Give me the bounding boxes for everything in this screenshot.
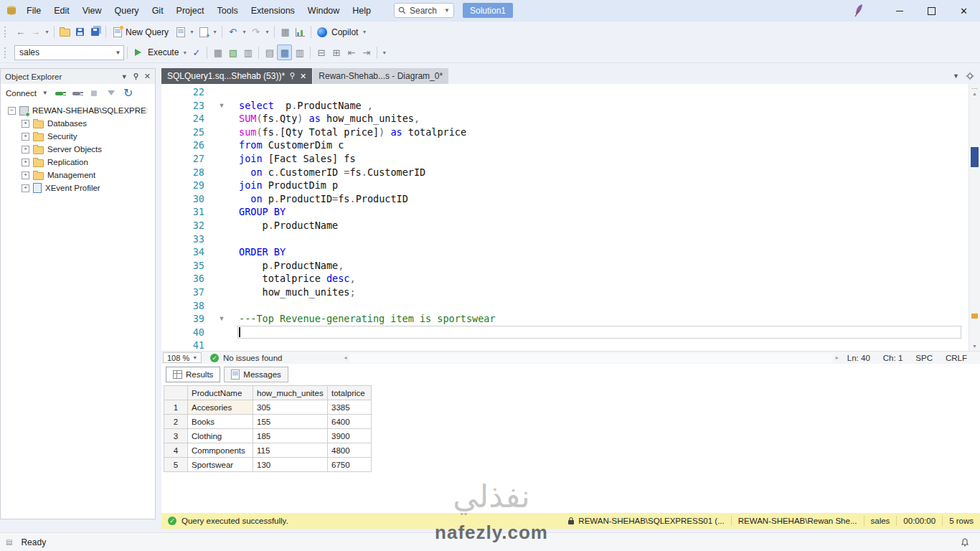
- save-all-icon[interactable]: [88, 24, 103, 40]
- column-header-totalprice[interactable]: totalprice: [328, 386, 372, 400]
- menu-view[interactable]: View: [76, 0, 108, 22]
- close-panel-icon[interactable]: ✕: [144, 72, 151, 81]
- code-line-38[interactable]: 38: [161, 299, 980, 313]
- undo-icon[interactable]: ↶: [225, 24, 240, 40]
- cell[interactable]: Books: [188, 415, 253, 429]
- cell[interactable]: 305: [253, 400, 328, 415]
- disconnect-icon[interactable]: [71, 90, 83, 95]
- solution-selector[interactable]: Solution1: [463, 3, 513, 18]
- redo-icon[interactable]: ↷: [248, 24, 263, 40]
- tab-diagram[interactable]: Rewan-Shehab...s - Diagram_0*: [313, 68, 448, 84]
- code-line-25[interactable]: 25sum(fs.[Qty Total price]) as totalpric…: [161, 126, 980, 139]
- notifications-bell-icon[interactable]: [960, 537, 970, 547]
- code-line-39[interactable]: 39▼---Top Revenue-generating item is spo…: [161, 312, 980, 326]
- copilot-dropdown-icon[interactable]: ▾: [360, 29, 368, 35]
- close-tab-icon[interactable]: ✕: [300, 72, 306, 81]
- execute-label[interactable]: Execute: [148, 47, 179, 57]
- menu-help[interactable]: Help: [346, 0, 377, 22]
- copilot-label[interactable]: Copilot: [331, 27, 358, 37]
- database-combobox[interactable]: sales▼: [14, 45, 124, 60]
- tab-results[interactable]: Results: [166, 367, 220, 382]
- editor-vscrollbar[interactable]: ▲ ▼: [969, 84, 980, 351]
- expand-icon[interactable]: +: [22, 133, 29, 141]
- code-line-35[interactable]: 35 p.ProductName,: [161, 259, 980, 273]
- collapse-icon[interactable]: −: [8, 107, 16, 115]
- gear-icon[interactable]: [966, 72, 974, 80]
- tree-root-server[interactable]: −REWAN-SHEHAB\SQLEXPRESS01 (SQ: [1, 104, 155, 117]
- expand-icon[interactable]: +: [22, 171, 29, 179]
- new-query-button[interactable]: New Query: [109, 24, 173, 40]
- refresh-icon[interactable]: ↻: [123, 86, 134, 100]
- comment-icon[interactable]: ⊟: [314, 44, 329, 60]
- scroll-right-icon[interactable]: ▸: [836, 354, 839, 361]
- cell[interactable]: 115: [253, 443, 328, 458]
- fold-collapse-icon[interactable]: ▼: [204, 99, 239, 113]
- activity-monitor-icon[interactable]: ▦: [278, 24, 293, 40]
- live-query-statistics-icon[interactable]: ▧: [225, 44, 240, 60]
- parse-icon[interactable]: ✓: [189, 44, 204, 60]
- code-editor[interactable]: 2223▼select p.ProductName ,24SUM(fs.Qty)…: [161, 84, 980, 351]
- fold-collapse-icon[interactable]: ▼: [204, 312, 239, 326]
- back-icon[interactable]: ←: [13, 24, 28, 40]
- expand-icon[interactable]: +: [22, 146, 29, 154]
- code-line-23[interactable]: 23▼select p.ProductName ,: [161, 99, 980, 113]
- search-box[interactable]: Search ▼: [394, 3, 454, 18]
- code-line-30[interactable]: 30 on p.ProductID=fs.ProductID: [161, 192, 980, 206]
- code-line-28[interactable]: 28 on c.CustomerID =fs.CustomerID: [161, 166, 980, 179]
- expand-icon[interactable]: +: [22, 184, 29, 192]
- results-to-file-icon[interactable]: ▥: [292, 44, 307, 60]
- connect-database-icon[interactable]: [54, 90, 65, 95]
- zoom-control[interactable]: 108 % ▼: [163, 352, 202, 363]
- menu-project[interactable]: Project: [170, 0, 211, 22]
- row-header[interactable]: 5: [164, 458, 188, 472]
- estimated-plan-icon[interactable]: ▦: [210, 44, 225, 60]
- row-header[interactable]: 3: [164, 429, 188, 443]
- open-folder-icon[interactable]: [57, 24, 72, 40]
- tree-item-databases[interactable]: +Databases: [1, 117, 155, 130]
- menu-tools[interactable]: Tools: [211, 0, 245, 22]
- add-file-dropdown-icon[interactable]: ▾: [211, 29, 219, 35]
- task-status-icon[interactable]: ▤: [6, 538, 12, 546]
- expand-icon[interactable]: +: [22, 120, 29, 128]
- corner-header[interactable]: [164, 386, 188, 400]
- forward-icon[interactable]: →: [28, 24, 43, 40]
- code-line-40[interactable]: 40: [161, 326, 980, 339]
- tab-messages[interactable]: Messages: [224, 367, 288, 382]
- row-header[interactable]: 4: [164, 443, 188, 458]
- nav-history-dropdown-icon[interactable]: ▾: [43, 29, 51, 35]
- row-header[interactable]: 1: [164, 400, 188, 415]
- tab-sqlquery1[interactable]: SQLQuery1.sq...Shehab (53))* ✕: [161, 68, 312, 84]
- scroll-left-icon[interactable]: ◂: [344, 354, 347, 361]
- code-line-24[interactable]: 24SUM(fs.Qty) as how_much_unites,: [161, 112, 980, 126]
- results-to-text-icon[interactable]: ▤: [262, 44, 277, 60]
- cell[interactable]: 155: [253, 415, 328, 429]
- code-line-36[interactable]: 36 totalprice desc,: [161, 272, 980, 286]
- new-file-icon[interactable]: [173, 24, 188, 40]
- column-header-productname[interactable]: ProductName: [188, 386, 253, 400]
- redo-dropdown-icon[interactable]: ▾: [263, 29, 271, 35]
- tree-item-management[interactable]: +Management: [1, 169, 155, 182]
- cell[interactable]: 4800: [328, 443, 372, 458]
- feedback-feather-icon[interactable]: [852, 4, 864, 21]
- execute-icon[interactable]: [131, 44, 146, 60]
- code-line-26[interactable]: 26from CustomerDim c: [161, 138, 980, 152]
- client-statistics-icon[interactable]: ▥: [240, 44, 255, 60]
- add-file-icon[interactable]: [196, 24, 211, 40]
- code-line-37[interactable]: 37 how_much_unites;: [161, 286, 980, 299]
- column-header-how_much_unites[interactable]: how_much_unites: [253, 386, 328, 400]
- minimize-button[interactable]: [883, 0, 915, 22]
- editor-hscrollbar[interactable]: [349, 354, 832, 362]
- code-line-34[interactable]: 34ORDER BY: [161, 245, 980, 259]
- tree-item-server-objects[interactable]: +Server Objects: [1, 143, 155, 156]
- menu-extensions[interactable]: Extensions: [245, 0, 301, 22]
- row-header[interactable]: 2: [164, 415, 188, 429]
- code-line-31[interactable]: 31GROUP BY: [161, 205, 980, 219]
- cell[interactable]: Sportswear: [188, 458, 253, 472]
- cell[interactable]: 6750: [328, 458, 372, 472]
- tree-item-security[interactable]: +Security: [1, 130, 155, 143]
- undo-dropdown-icon[interactable]: ▾: [240, 29, 248, 35]
- cell[interactable]: 185: [253, 429, 328, 443]
- close-window-button[interactable]: ✕: [948, 0, 980, 22]
- stop-icon[interactable]: ■: [88, 87, 100, 100]
- connect-dropdown-icon[interactable]: ▼: [42, 90, 48, 96]
